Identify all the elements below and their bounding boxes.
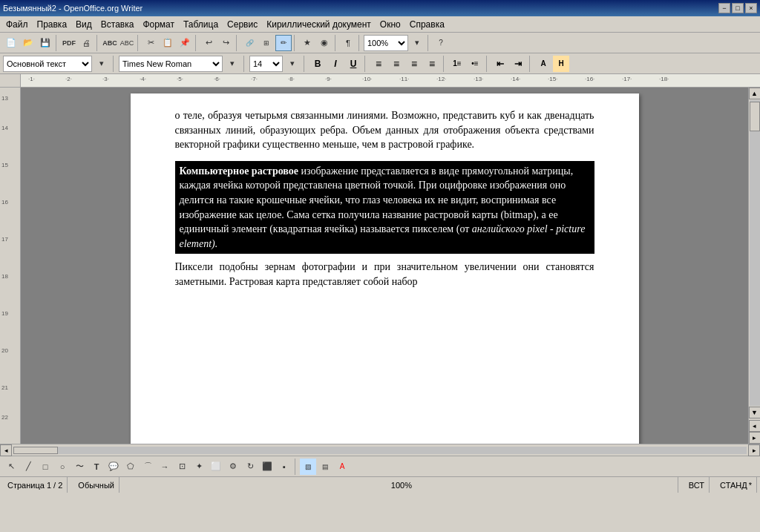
polygon-btn[interactable]: ⬠ (122, 459, 139, 475)
rect-btn[interactable]: □ (37, 459, 53, 475)
fill-color-btn[interactable]: ▧ (300, 459, 316, 475)
formatting-toolbar: Основной текст ▾ Times New Roman ▾ 14 ▾ … (0, 53, 760, 74)
ruler-mark: ·2· (65, 76, 72, 82)
star-shapes-btn[interactable]: ✦ (191, 459, 207, 475)
menu-window[interactable]: Окно (376, 18, 405, 31)
menu-tools[interactable]: Сервис (223, 18, 262, 31)
align-right-button[interactable]: ≡ (406, 56, 422, 72)
size-dropdown-icon[interactable]: ▾ (284, 56, 301, 72)
menu-help[interactable]: Справка (405, 18, 449, 31)
insert-mode[interactable]: ВСТ (684, 477, 710, 493)
ruler-container: ·1· ·2· ·3· ·4· ·5· ·6· ·7· ·8· ·9· ·10·… (0, 74, 760, 88)
standard-mode[interactable]: СТАНД * (715, 477, 757, 493)
decrease-indent-button[interactable]: ⇤ (492, 56, 508, 72)
new-btn[interactable]: 📄 (3, 35, 19, 51)
fmt-sep7 (529, 56, 532, 72)
extrusion-btn[interactable]: ⬛ (259, 459, 275, 475)
scroll-down-button[interactable]: ▼ (749, 407, 761, 418)
font-color2-btn[interactable]: A (334, 459, 350, 475)
spell2-btn[interactable]: ABC (119, 35, 135, 51)
horizontal-ruler: ·1· ·2· ·3· ·4· ·5· ·6· ·7· ·8· ·9· ·10·… (21, 74, 760, 88)
shadow-btn[interactable]: ▪ (276, 459, 292, 475)
undo-btn[interactable]: ↩ (200, 35, 217, 51)
table-btn[interactable]: ⊞ (258, 35, 275, 51)
scroll-prev-page-button[interactable]: ◂ (749, 420, 761, 432)
align-center-button[interactable]: ≡ (388, 56, 404, 72)
menu-table[interactable]: Таблица (179, 18, 223, 31)
close-button[interactable]: × (745, 3, 757, 13)
numbering-button[interactable]: 1≡ (449, 56, 465, 72)
scroll-up-button[interactable]: ▲ (749, 88, 761, 99)
arrow-btn[interactable]: → (157, 459, 173, 475)
h-scroll-track[interactable] (13, 447, 747, 454)
vertical-scrollbar[interactable]: ▲ ▼ ◂ ▸ (748, 88, 760, 444)
font-size-select[interactable]: 14 (249, 56, 283, 72)
statusbar: Страница 1 / 2 Обычный 100% ВСТ СТАНД * (0, 476, 760, 493)
text-btn[interactable]: T (88, 459, 105, 475)
zoom-dropdown-btn[interactable]: ▾ (409, 35, 425, 51)
h-scroll-thumb[interactable] (13, 447, 58, 454)
document-area[interactable]: о теле, образуя четырьмя связанными лини… (21, 88, 748, 444)
scroll-track[interactable] (750, 100, 760, 406)
style-select[interactable]: Основной текст (3, 56, 92, 72)
menu-view[interactable]: Вид (71, 18, 96, 31)
menu-file[interactable]: Файл (1, 18, 33, 31)
titlebar-controls[interactable]: − □ × (718, 3, 757, 13)
ellipse-btn[interactable]: ○ (54, 459, 71, 475)
align-left-button[interactable]: ≡ (370, 56, 387, 72)
ruler-mark: ·13· (474, 76, 483, 82)
font-select[interactable]: Times New Roman (119, 56, 223, 72)
maximize-button[interactable]: □ (732, 3, 744, 13)
scroll-next-page-button[interactable]: ▸ (749, 432, 761, 444)
menu-insert[interactable]: Вставка (96, 18, 139, 31)
symbol-shapes-btn[interactable]: ⚙ (225, 459, 241, 475)
redo-btn[interactable]: ↪ (217, 35, 234, 51)
paste-btn[interactable]: 📌 (177, 35, 193, 51)
flowchart-btn[interactable]: ⊡ (174, 459, 190, 475)
bold-button[interactable]: B (309, 56, 326, 72)
copy-btn[interactable]: 📋 (160, 35, 176, 51)
help-btn[interactable]: ? (433, 35, 449, 51)
line-btn[interactable]: ╱ (20, 459, 36, 475)
menu-edit[interactable]: Правка (33, 18, 72, 31)
pdf-btn[interactable]: PDF (61, 35, 77, 51)
draw-sep1 (295, 459, 298, 475)
nav-btn[interactable]: ◉ (316, 35, 332, 51)
zoom-select[interactable]: 100% (364, 35, 408, 51)
minimize-button[interactable]: − (718, 3, 730, 13)
cut-btn[interactable]: ✂ (142, 35, 159, 51)
rotate-btn[interactable]: ↻ (242, 459, 258, 475)
print-btn[interactable]: 🖨 (78, 35, 94, 51)
page-label: Страница 1 / 2 (7, 481, 62, 490)
increase-indent-button[interactable]: ⇥ (510, 56, 526, 72)
spell-btn[interactable]: ABC (102, 35, 118, 51)
callout-btn[interactable]: 💬 (105, 459, 122, 475)
hyperlink-btn[interactable]: 🔗 (241, 35, 258, 51)
sep4 (195, 35, 198, 51)
bullets-button[interactable]: •≡ (467, 56, 483, 72)
pilcrow-btn[interactable]: ¶ (340, 35, 356, 51)
scroll-thumb[interactable] (750, 102, 760, 131)
show-draw-btn[interactable]: ✏ (275, 35, 292, 51)
scroll-right-button[interactable]: ▸ (748, 444, 760, 456)
font-color-button[interactable]: A (535, 56, 551, 72)
align-justify-button[interactable]: ≡ (424, 56, 440, 72)
star-btn[interactable]: ★ (299, 35, 315, 51)
menu-cyrillic[interactable]: Кириллический документ (262, 18, 376, 31)
select-arrow-btn[interactable]: ↖ (3, 459, 19, 475)
scroll-left-button[interactable]: ◂ (0, 444, 12, 456)
horizontal-scrollbar[interactable]: ◂ ▸ (0, 444, 760, 456)
italic-button[interactable]: I (327, 56, 344, 72)
menu-format[interactable]: Формат (138, 18, 179, 31)
open-btn[interactable]: 📂 (20, 35, 36, 51)
curve-btn[interactable]: ⌒ (140, 459, 156, 475)
callouts-btn[interactable]: ⬜ (208, 459, 224, 475)
line-color-btn[interactable]: ▤ (317, 459, 333, 475)
highlight-button[interactable]: H (553, 56, 569, 72)
underline-button[interactable]: U (345, 56, 361, 72)
text-before-highlight: о теле, образуя четырьмя связанными лини… (175, 108, 594, 152)
freeform-btn[interactable]: 〜 (71, 459, 88, 475)
style-dropdown-icon[interactable]: ▾ (94, 56, 110, 72)
save-btn[interactable]: 💾 (37, 35, 53, 51)
font-dropdown-icon[interactable]: ▾ (224, 56, 240, 72)
